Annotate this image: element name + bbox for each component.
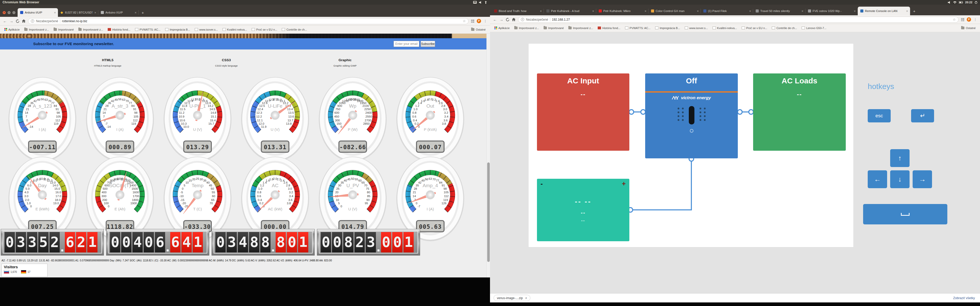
browser-tab[interactable]: Petr Kulhánek: Mikro× xyxy=(596,6,649,15)
window-controls[interactable]: × − ▫ xyxy=(3,11,16,14)
tab-close-icon[interactable]: × xyxy=(94,11,96,14)
forward-icon[interactable]: → xyxy=(500,17,503,21)
bookmark-item[interactable]: PVWATTS: AC... xyxy=(623,26,652,30)
menu-kebab-icon[interactable]: ⋮ xyxy=(974,17,977,21)
new-tab-button[interactable]: + xyxy=(910,9,918,15)
browser-tab[interactable]: ◆8,027.82 | BTC/USDT | Bu× xyxy=(58,8,98,17)
tab-close-icon[interactable]: × xyxy=(906,10,908,13)
tab-close-icon[interactable]: × xyxy=(697,10,699,13)
bookmark-item[interactable]: História fond... xyxy=(596,26,622,30)
browser-tab[interactable]: Remote Console on LAN× xyxy=(858,6,910,15)
browser-tab[interactable]: Arduino I/U/P× xyxy=(98,8,138,17)
tab-close-icon[interactable]: × xyxy=(592,10,594,13)
svg-text:12.2: 12.2 xyxy=(256,115,262,118)
address-bar[interactable]: i Nezabezpečené 192.168.1.27 ☆ xyxy=(518,17,959,23)
bookmark-item[interactable]: www.isover.s... xyxy=(193,27,220,32)
bookmark-item[interactable]: Importované z... xyxy=(22,27,51,32)
show-all-downloads-button[interactable]: Zobraziť všetky xyxy=(953,296,975,300)
arr ow-down-key[interactable]: ↓ xyxy=(890,170,910,188)
bookmark-item[interactable]: Kvalitní-nekva... xyxy=(711,26,739,30)
reload-icon[interactable] xyxy=(16,19,19,23)
bookmark-item[interactable]: Lenovo G50-7... xyxy=(800,26,828,30)
tab-close-icon[interactable]: × xyxy=(801,10,803,13)
bookmark-item[interactable]: Aplikácie xyxy=(493,26,511,30)
bookmark-item[interactable]: Kvalitní-nekva... xyxy=(221,27,249,32)
bookmark-item[interactable]: Proč se v EU n... xyxy=(250,27,279,32)
forward-icon[interactable]: → xyxy=(10,19,13,23)
minimize-window-icon[interactable]: − xyxy=(7,11,11,14)
address-bar[interactable]: i Nezabezpečené rottenkiwi.no-ip.biz ☆ xyxy=(28,18,469,24)
bookmark-item[interactable]: História fond... xyxy=(106,27,132,32)
tab-close-icon[interactable]: × xyxy=(854,10,856,13)
battery-tile[interactable]: - + -- -- -- -- xyxy=(537,179,629,241)
bookmark-item[interactable]: Importované xyxy=(542,26,566,30)
bookmark-item[interactable]: www.isover.s... xyxy=(683,26,710,30)
profile-avatar[interactable]: P xyxy=(967,17,971,22)
browser-tab[interactable]: Color Control GX man× xyxy=(649,6,701,15)
back-icon[interactable]: ← xyxy=(493,17,497,21)
subscribe-button[interactable]: Subscribe xyxy=(421,41,435,47)
ac-input-tile[interactable]: AC Input -- xyxy=(537,73,629,151)
scrollbar-thumb[interactable] xyxy=(487,162,490,262)
space-key[interactable] xyxy=(863,204,947,224)
system-tray-right[interactable]: 20:22 xyxy=(948,1,977,4)
home-icon[interactable] xyxy=(22,19,25,23)
chevron-up-icon[interactable]: ∧ xyxy=(525,296,527,300)
tab-close-icon[interactable]: × xyxy=(540,10,542,13)
browser-tab[interactable]: FVE ostrov 1020 Wp -× xyxy=(805,6,858,15)
arrow-left-key[interactable]: ← xyxy=(868,170,887,188)
inverter-tile[interactable]: Off victron energy xyxy=(645,73,738,159)
victron-brand-text: victron energy xyxy=(681,95,711,100)
system-tray-left[interactable] xyxy=(473,1,487,4)
bookmark-item[interactable]: Importované z... xyxy=(76,27,105,32)
site-info-icon[interactable]: i xyxy=(31,19,34,23)
site-info-icon[interactable]: i xyxy=(521,18,524,21)
bookmark-item[interactable]: Contrôle de ch... xyxy=(770,26,799,30)
reload-icon[interactable] xyxy=(506,18,509,21)
bookmark-item[interactable]: Proč se v EU n... xyxy=(740,26,769,30)
bookmark-item[interactable]: Aplikácie xyxy=(3,27,21,32)
browser-tab[interactable]: Petr Kulhánek - A bud× xyxy=(544,6,596,15)
ac-loads-tile[interactable]: AC Loads -- xyxy=(753,73,846,151)
bookmark-item[interactable]: Impregnácia B... xyxy=(163,27,192,32)
profile-avatar[interactable]: P xyxy=(477,19,481,23)
tab-close-icon[interactable]: × xyxy=(54,11,56,14)
arrow-right-key[interactable]: → xyxy=(913,170,932,188)
clock[interactable]: 20:22 xyxy=(965,1,972,4)
bookmark-item[interactable]: Contrôle de ch... xyxy=(280,27,309,32)
enter-key[interactable]: ↵ xyxy=(911,109,934,122)
apps-grid-icon[interactable] xyxy=(471,20,474,23)
bookmark-item[interactable]: Importované z... xyxy=(566,26,595,30)
back-icon[interactable]: ← xyxy=(3,19,7,23)
page-scrollbar[interactable] xyxy=(487,34,490,277)
new-tab-button[interactable]: + xyxy=(138,11,147,17)
apps-grid-icon[interactable] xyxy=(961,18,964,21)
url-text[interactable]: rottenkiwi.no-ip.biz xyxy=(62,19,461,23)
bookmark-item[interactable]: Impregnácia B... xyxy=(653,26,682,30)
download-filename[interactable]: venus-image-....zip xyxy=(497,296,523,300)
download-item[interactable]: venus-image-....zip ∧ xyxy=(493,295,530,301)
url-text[interactable]: 192.168.1.27 xyxy=(552,18,951,21)
bookmark-star-icon[interactable]: ☆ xyxy=(463,19,466,23)
other-bookmarks[interactable]: Ostatné xyxy=(959,26,977,30)
esc-key[interactable]: esc xyxy=(868,109,891,122)
home-icon[interactable] xyxy=(512,18,515,21)
bookmark-item[interactable]: Importované z... xyxy=(512,26,541,30)
restore-window-icon[interactable]: ▫ xyxy=(12,11,16,14)
tab-close-icon[interactable]: × xyxy=(644,10,646,13)
other-bookmarks[interactable]: Ostatné xyxy=(469,27,487,32)
bookmark-star-icon[interactable]: ☆ xyxy=(953,17,956,21)
tab-close-icon[interactable]: × xyxy=(749,10,751,13)
browser-tab[interactable]: Arduino I/U/P× xyxy=(18,8,58,17)
tab-close-icon[interactable]: × xyxy=(135,11,137,14)
menu-kebab-icon[interactable]: ⋮ xyxy=(484,19,487,23)
browser-tab[interactable]: (1) Pavol Filek× xyxy=(701,6,753,15)
browser-tab[interactable]: Travel 50 miles silently× xyxy=(753,6,805,15)
svg-text:30: 30 xyxy=(338,184,342,187)
bookmark-item[interactable]: Importované xyxy=(52,27,76,32)
email-input[interactable] xyxy=(393,41,419,47)
close-window-icon[interactable]: × xyxy=(3,11,6,14)
browser-tab[interactable]: Blood and Truth: how× xyxy=(492,6,544,15)
arrow-up-key[interactable]: ↑ xyxy=(890,149,910,167)
bookmark-item[interactable]: PVWATTS: AC... xyxy=(133,27,162,32)
